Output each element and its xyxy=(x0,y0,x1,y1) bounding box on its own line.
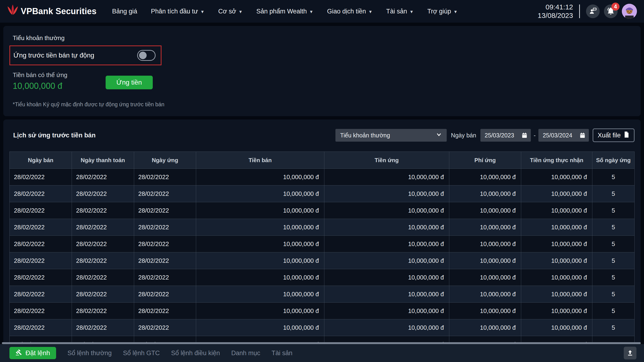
auto-advance-toggle[interactable] xyxy=(137,50,156,61)
table-cell: 5 xyxy=(592,252,634,269)
table-cell: 10,000,000 đ xyxy=(196,202,324,219)
export-file-label: Xuất file xyxy=(598,132,621,139)
advance-panel: Tiểu khoản thường Ứng trước tiền bán tự … xyxy=(3,26,641,116)
table-cell: 10,000,000 đ xyxy=(196,319,324,336)
table-cell: 10,000,000 đ xyxy=(521,169,592,186)
chevron-down-icon: ▼ xyxy=(200,10,204,14)
feedback-button[interactable] xyxy=(586,4,600,18)
file-export-icon xyxy=(624,131,630,140)
table-row: 28/02/202228/02/202228/02/202210,000,000… xyxy=(10,169,634,186)
column-header-2: Ngày thanh toán xyxy=(72,152,134,169)
nav-item-7[interactable]: Trợ giúp▼ xyxy=(427,8,458,15)
nav-item-3[interactable]: Cơ sở▼ xyxy=(218,8,243,15)
clock: 09:41:12 13/08/2023 xyxy=(538,3,573,20)
table-row: 28/02/202228/02/202228/02/202210,000,000… xyxy=(10,286,634,302)
notifications-button[interactable]: 4 xyxy=(604,4,618,18)
chevron-down-icon: ▼ xyxy=(368,10,373,14)
date-from-input[interactable]: 25/03/2023 xyxy=(480,129,531,142)
table-cell: 10,000,000 đ xyxy=(449,286,521,302)
advance-money-button[interactable]: Ứng tiền xyxy=(106,76,153,89)
table-cell: 10,000,000 đ xyxy=(521,202,592,219)
footer-link-1[interactable]: Sổ lệnh thường xyxy=(68,350,112,357)
table-cell: 28/02/2022 xyxy=(10,302,72,319)
table-cell: 28/02/2022 xyxy=(10,169,72,186)
footer-link-5[interactable]: Tài sản xyxy=(272,350,292,357)
table-cell: 28/02/2022 xyxy=(72,202,134,219)
navbar-right: 09:41:12 13/08/2023 4 xyxy=(538,3,637,20)
account-filter-select[interactable]: Tiểu khoản thường xyxy=(336,129,447,142)
history-title: Lịch sử ứng trước tiền bán xyxy=(13,132,96,139)
nav-item-1[interactable]: Bảng giá xyxy=(112,8,138,15)
nav-item-5[interactable]: Giao dịch tiền▼ xyxy=(327,8,372,15)
table-cell: 28/02/2022 xyxy=(10,269,72,286)
current-date: 13/08/2023 xyxy=(538,11,573,20)
place-order-button[interactable]: Đặt lệnh xyxy=(10,347,56,359)
table-cell: 5 xyxy=(592,219,634,236)
table-cell: 10,000,000 đ xyxy=(324,252,449,269)
table-cell: 28/02/2022 xyxy=(134,252,196,269)
divider xyxy=(579,4,580,18)
upload-arrow-icon xyxy=(626,349,634,357)
table-row: 28/02/202228/02/202228/02/202210,000,000… xyxy=(10,186,634,202)
table-cell: 10,000,000 đ xyxy=(449,269,521,286)
table-cell: 10,000,000 đ xyxy=(196,186,324,202)
export-file-button[interactable]: Xuất file xyxy=(592,128,634,142)
vpbank-lotus-icon xyxy=(7,4,18,18)
table-cell: 5 xyxy=(592,269,634,286)
table-cell: 10,000,000 đ xyxy=(521,252,592,269)
column-header-4: Tiền bán xyxy=(196,152,324,169)
brand-logo[interactable]: VPBank Securities xyxy=(7,4,97,18)
nav-item-label: Phân tích đầu tư xyxy=(151,8,198,15)
date-to-input[interactable]: 25/03/2024 xyxy=(538,129,589,142)
table-cell: 28/02/2022 xyxy=(134,186,196,202)
nav-item-4[interactable]: Sản phẩm Wealth▼ xyxy=(256,8,313,15)
advance-history-table: Ngày bánNgày thanh toánNgày ứngTiền bánT… xyxy=(10,152,634,353)
user-avatar[interactable] xyxy=(622,4,637,19)
table-cell: 28/02/2022 xyxy=(10,319,72,336)
nav-item-label: Giao dịch tiền xyxy=(327,8,366,15)
column-header-1: Ngày bán xyxy=(10,152,72,169)
table-cell: 10,000,000 đ xyxy=(196,169,324,186)
place-order-label: Đặt lệnh xyxy=(26,349,50,357)
table-cell: 10,000,000 đ xyxy=(196,219,324,236)
table-cell: 10,000,000 đ xyxy=(324,202,449,219)
table-cell: 28/02/2022 xyxy=(134,286,196,302)
table-cell: 28/02/2022 xyxy=(72,252,134,269)
calendar-icon xyxy=(580,132,586,138)
table-cell: 28/02/2022 xyxy=(10,236,72,252)
table-cell: 10,000,000 đ xyxy=(521,186,592,202)
table-cell: 5 xyxy=(592,236,634,252)
table-row: 28/02/202228/02/202228/02/202210,000,000… xyxy=(10,202,634,219)
nav-item-6[interactable]: Tài sản▼ xyxy=(386,8,414,15)
table-cell: 28/02/2022 xyxy=(72,286,134,302)
available-row: Tiền bán có thể ứng 10,000,000 đ Ứng tiề… xyxy=(13,72,631,91)
footer-link-3[interactable]: Sổ lệnh điều kiện xyxy=(171,350,220,357)
footer-link-4[interactable]: Danh mục xyxy=(231,350,260,357)
table-cell: 10,000,000 đ xyxy=(521,319,592,336)
current-time: 09:41:12 xyxy=(538,3,573,11)
horizontal-scrollbar[interactable] xyxy=(2,342,641,344)
footer-link-2[interactable]: Sổ lệnh GTC xyxy=(123,350,160,357)
table-cell: 28/02/2022 xyxy=(10,186,72,202)
table-cell: 28/02/2022 xyxy=(134,319,196,336)
table-cell: 28/02/2022 xyxy=(10,219,72,236)
avatar-image xyxy=(622,16,637,19)
table-cell: 10,000,000 đ xyxy=(449,169,521,186)
table-cell: 28/02/2022 xyxy=(72,236,134,252)
advance-history-panel: Lịch sử ứng trước tiền bán Tiểu khoản th… xyxy=(3,120,641,355)
chevron-down-icon xyxy=(436,132,442,139)
auto-advance-label: Ứng trước tiền bán tự động xyxy=(14,52,94,59)
table-cell: 10,000,000 đ xyxy=(521,302,592,319)
toggle-knob xyxy=(139,52,146,59)
expand-panel-button[interactable] xyxy=(624,347,636,360)
table-row: 28/02/202228/02/202228/02/202210,000,000… xyxy=(10,219,634,236)
table-cell: 28/02/2022 xyxy=(10,202,72,219)
nav-item-label: Tài sản xyxy=(386,8,407,15)
table-row: 28/02/202228/02/202228/02/202210,000,000… xyxy=(10,236,634,252)
table-cell: 10,000,000 đ xyxy=(196,236,324,252)
history-header: Lịch sử ứng trước tiền bán Tiểu khoản th… xyxy=(10,120,634,142)
chevron-down-icon: ▼ xyxy=(453,10,458,14)
chevron-down-icon: ▼ xyxy=(410,10,414,14)
nav-item-2[interactable]: Phân tích đầu tư▼ xyxy=(151,8,204,15)
top-navbar: VPBank Securities Bảng giáPhân tích đầu … xyxy=(0,0,644,22)
